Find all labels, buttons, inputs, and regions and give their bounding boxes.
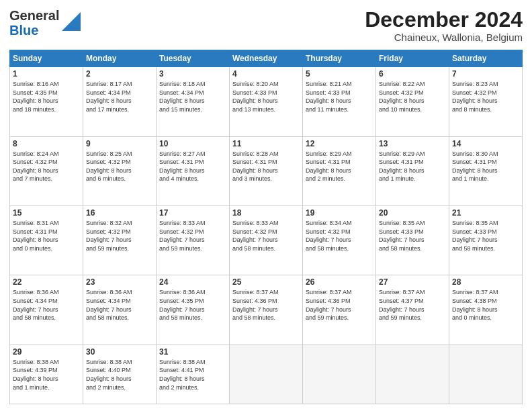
day-info: Sunrise: 8:28 AMSunset: 4:31 PMDaylight:…: [232, 150, 300, 183]
table-row: 23Sunrise: 8:36 AMSunset: 4:34 PMDayligh…: [83, 275, 157, 345]
day-number: 25: [232, 277, 300, 287]
table-row: [376, 345, 449, 404]
day-info: Sunrise: 8:17 AMSunset: 4:34 PMDaylight:…: [86, 80, 153, 113]
day-number: 30: [86, 347, 153, 357]
day-info: Sunrise: 8:23 AMSunset: 4:32 PMDaylight:…: [452, 80, 519, 113]
day-number: 14: [452, 139, 519, 148]
svg-marker-0: [62, 12, 81, 31]
table-row: 27Sunrise: 8:37 AMSunset: 4:37 PMDayligh…: [376, 275, 449, 345]
subtitle: Chaineux, Wallonia, Belgium: [365, 32, 523, 43]
day-number: 27: [379, 277, 446, 287]
day-number: 31: [159, 347, 226, 357]
table-row: 3Sunrise: 8:18 AMSunset: 4:34 PMDaylight…: [157, 67, 230, 136]
header: General Blue December 2024 Chaineux, Wal…: [9, 8, 523, 43]
day-info: Sunrise: 8:35 AMSunset: 4:33 PMDaylight:…: [452, 219, 519, 253]
day-number: 19: [306, 208, 373, 218]
day-info: Sunrise: 8:34 AMSunset: 4:32 PMDaylight:…: [306, 219, 373, 253]
logo-general: General: [9, 8, 59, 23]
logo-icon: [62, 12, 81, 31]
day-number: 2: [86, 69, 153, 79]
table-row: 10Sunrise: 8:27 AMSunset: 4:31 PMDayligh…: [157, 136, 230, 205]
table-row: 2Sunrise: 8:17 AMSunset: 4:34 PMDaylight…: [83, 67, 157, 136]
day-info: Sunrise: 8:25 AMSunset: 4:32 PMDaylight:…: [86, 150, 153, 183]
table-row: [230, 345, 303, 404]
calendar-table: Sunday Monday Tuesday Wednesday Thursday…: [9, 50, 523, 404]
day-info: Sunrise: 8:38 AMSunset: 4:41 PMDaylight:…: [159, 358, 226, 392]
header-thursday: Thursday: [303, 50, 376, 67]
day-info: Sunrise: 8:37 AMSunset: 4:36 PMDaylight:…: [306, 288, 373, 322]
header-tuesday: Tuesday: [157, 50, 230, 67]
logo: General Blue: [9, 8, 81, 38]
day-number: 13: [379, 139, 446, 148]
table-row: 12Sunrise: 8:29 AMSunset: 4:31 PMDayligh…: [303, 136, 376, 205]
day-info: Sunrise: 8:38 AMSunset: 4:39 PMDaylight:…: [13, 358, 80, 392]
calendar-header-row: Sunday Monday Tuesday Wednesday Thursday…: [10, 50, 523, 67]
day-info: Sunrise: 8:16 AMSunset: 4:35 PMDaylight:…: [13, 80, 80, 113]
day-info: Sunrise: 8:37 AMSunset: 4:37 PMDaylight:…: [379, 288, 446, 322]
day-info: Sunrise: 8:33 AMSunset: 4:32 PMDaylight:…: [159, 219, 226, 253]
table-row: 24Sunrise: 8:36 AMSunset: 4:35 PMDayligh…: [157, 275, 230, 345]
day-number: 15: [13, 208, 80, 218]
day-number: 9: [86, 139, 153, 148]
day-info: Sunrise: 8:37 AMSunset: 4:36 PMDaylight:…: [232, 288, 300, 322]
day-number: 5: [306, 69, 373, 79]
day-number: 18: [232, 208, 300, 218]
month-title: December 2024: [365, 8, 523, 32]
table-row: 26Sunrise: 8:37 AMSunset: 4:36 PMDayligh…: [303, 275, 376, 345]
table-row: 30Sunrise: 8:38 AMSunset: 4:40 PMDayligh…: [83, 345, 157, 404]
day-number: 26: [306, 277, 373, 287]
day-info: Sunrise: 8:38 AMSunset: 4:40 PMDaylight:…: [86, 358, 153, 392]
day-number: 20: [379, 208, 446, 218]
table-row: 16Sunrise: 8:32 AMSunset: 4:32 PMDayligh…: [83, 206, 157, 275]
table-row: 17Sunrise: 8:33 AMSunset: 4:32 PMDayligh…: [157, 206, 230, 275]
day-number: 8: [13, 139, 80, 148]
day-number: 12: [306, 139, 373, 148]
table-row: 7Sunrise: 8:23 AMSunset: 4:32 PMDaylight…: [449, 67, 523, 136]
day-info: Sunrise: 8:30 AMSunset: 4:31 PMDaylight:…: [452, 150, 519, 183]
day-info: Sunrise: 8:20 AMSunset: 4:33 PMDaylight:…: [232, 80, 300, 113]
table-row: 14Sunrise: 8:30 AMSunset: 4:31 PMDayligh…: [449, 136, 523, 205]
table-row: 8Sunrise: 8:24 AMSunset: 4:32 PMDaylight…: [10, 136, 83, 205]
day-info: Sunrise: 8:29 AMSunset: 4:31 PMDaylight:…: [306, 150, 373, 183]
day-number: 11: [232, 139, 300, 148]
table-row: 22Sunrise: 8:36 AMSunset: 4:34 PMDayligh…: [10, 275, 83, 345]
day-info: Sunrise: 8:36 AMSunset: 4:34 PMDaylight:…: [86, 288, 153, 322]
header-monday: Monday: [83, 50, 157, 67]
table-row: 13Sunrise: 8:29 AMSunset: 4:31 PMDayligh…: [376, 136, 449, 205]
day-info: Sunrise: 8:18 AMSunset: 4:34 PMDaylight:…: [159, 80, 226, 113]
table-row: 11Sunrise: 8:28 AMSunset: 4:31 PMDayligh…: [230, 136, 303, 205]
day-number: 7: [452, 69, 519, 79]
title-block: December 2024 Chaineux, Wallonia, Belgiu…: [365, 8, 523, 43]
day-number: 16: [86, 208, 153, 218]
day-info: Sunrise: 8:24 AMSunset: 4:32 PMDaylight:…: [13, 150, 80, 183]
day-number: 6: [379, 69, 446, 79]
table-row: 31Sunrise: 8:38 AMSunset: 4:41 PMDayligh…: [157, 345, 230, 404]
day-info: Sunrise: 8:21 AMSunset: 4:33 PMDaylight:…: [306, 80, 373, 113]
table-row: 15Sunrise: 8:31 AMSunset: 4:31 PMDayligh…: [10, 206, 83, 275]
day-info: Sunrise: 8:35 AMSunset: 4:33 PMDaylight:…: [379, 219, 446, 253]
day-number: 1: [13, 69, 80, 79]
day-info: Sunrise: 8:27 AMSunset: 4:31 PMDaylight:…: [159, 150, 226, 183]
day-number: 10: [159, 139, 226, 148]
day-info: Sunrise: 8:29 AMSunset: 4:31 PMDaylight:…: [379, 150, 446, 183]
day-number: 29: [13, 347, 80, 357]
header-sunday: Sunday: [10, 50, 83, 67]
day-info: Sunrise: 8:33 AMSunset: 4:32 PMDaylight:…: [232, 219, 300, 253]
header-wednesday: Wednesday: [230, 50, 303, 67]
page: General Blue December 2024 Chaineux, Wal…: [0, 0, 532, 411]
table-row: [303, 345, 376, 404]
table-row: 25Sunrise: 8:37 AMSunset: 4:36 PMDayligh…: [230, 275, 303, 345]
table-row: 21Sunrise: 8:35 AMSunset: 4:33 PMDayligh…: [449, 206, 523, 275]
day-info: Sunrise: 8:32 AMSunset: 4:32 PMDaylight:…: [86, 219, 153, 253]
header-saturday: Saturday: [449, 50, 523, 67]
table-row: 9Sunrise: 8:25 AMSunset: 4:32 PMDaylight…: [83, 136, 157, 205]
logo-text: General Blue: [9, 8, 59, 38]
day-info: Sunrise: 8:36 AMSunset: 4:34 PMDaylight:…: [13, 288, 80, 322]
header-friday: Friday: [376, 50, 449, 67]
table-row: 29Sunrise: 8:38 AMSunset: 4:39 PMDayligh…: [10, 345, 83, 404]
day-number: 24: [159, 277, 226, 287]
day-info: Sunrise: 8:37 AMSunset: 4:38 PMDaylight:…: [452, 288, 519, 322]
logo-blue: Blue: [9, 23, 59, 38]
day-number: 28: [452, 277, 519, 287]
day-info: Sunrise: 8:36 AMSunset: 4:35 PMDaylight:…: [159, 288, 226, 322]
